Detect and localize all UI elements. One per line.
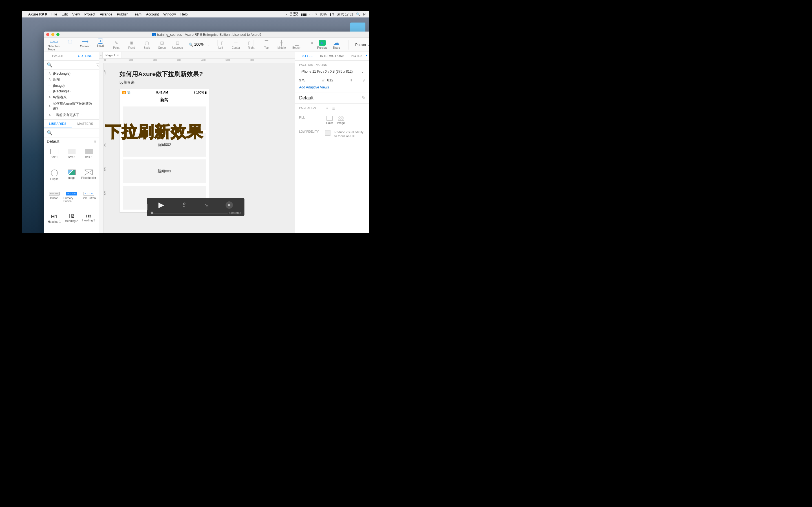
widget-h2[interactable]: H2Heading 2 [63, 212, 80, 232]
close-button[interactable]: ✕ [225, 202, 233, 209]
selection-mode-button[interactable]: ▭▭Selection Mode [48, 39, 60, 51]
ungroup-button[interactable]: ⊟Ungroup [172, 40, 183, 49]
menu-publish[interactable]: Publish [117, 12, 128, 16]
outline-item[interactable]: Aby肇春来 [44, 94, 99, 101]
prototype-byline[interactable]: by肇春来 [119, 80, 209, 85]
tab-interactions[interactable]: INTERACTIONS [320, 52, 345, 60]
zoom-input[interactable] [194, 42, 207, 47]
outline-item[interactable]: ⋯(Image) [44, 83, 99, 89]
outline-item[interactable]: A~ 当前没有更多了 ~ [44, 112, 99, 118]
back-button[interactable]: ▢Back [142, 40, 152, 49]
outline-item[interactable]: A新闻 [44, 76, 99, 83]
drag-handle[interactable] [147, 204, 148, 210]
tab-pages[interactable]: PAGES [44, 52, 71, 60]
widget-box2[interactable]: Box 2 [63, 147, 80, 167]
menu-team[interactable]: Team [133, 12, 142, 16]
share-icon[interactable]: ⇪ [182, 202, 187, 209]
outline-search-input[interactable] [54, 63, 96, 67]
tab-style[interactable]: STYLE [295, 52, 320, 60]
fill-color-option[interactable]: Color [326, 116, 333, 124]
section-fill: FILL [299, 116, 322, 119]
align-bottom-button[interactable]: ▁Bottom [292, 40, 302, 49]
toolbar-more-button[interactable]: » [307, 40, 317, 46]
progress-slider[interactable] [151, 213, 228, 214]
news-card[interactable]: 新闻003 [123, 159, 206, 183]
insert-button[interactable]: +Insert [95, 39, 105, 47]
low-fidelity-desc: Reduce visual fidelity to focus on UX [335, 130, 365, 138]
height-input[interactable] [327, 77, 347, 83]
widget-h1[interactable]: H1Heading 1 [46, 212, 63, 232]
orientation-icon[interactable]: ⇄ [363, 78, 365, 82]
widget-primary-button[interactable]: BUTTONPrimary Button [63, 189, 80, 212]
group-button[interactable]: ⊞Group [157, 40, 167, 49]
align-left-icon[interactable]: ≡ [326, 107, 328, 110]
device-preset-select[interactable]: iPhone 11 Pro / X / XS (375 x 812)⌄ [299, 68, 365, 75]
patron-menu[interactable]: Patron⌄ [355, 43, 369, 47]
point-button[interactable]: ✎Point [111, 40, 121, 49]
tab-masters[interactable]: MASTERS [71, 120, 99, 128]
fill-image-option[interactable]: Image [337, 116, 345, 124]
outline-item[interactable]: A(Rectangle) [44, 71, 99, 76]
display-icon[interactable]: ▭ [309, 12, 312, 16]
menu-account[interactable]: Account [146, 12, 159, 16]
align-left-button[interactable]: ▏▯Left [216, 40, 226, 49]
menu-edit[interactable]: Edit [62, 12, 68, 16]
widget-h3[interactable]: H3Heading 3 [80, 212, 97, 232]
add-adaptive-views-link[interactable]: Add Adaptive Views [295, 86, 369, 92]
low-fidelity-icon[interactable] [325, 130, 331, 136]
spotlight-icon[interactable]: 🔍 [356, 12, 360, 16]
widget-link-button[interactable]: BUTTONLink Button [80, 189, 97, 212]
tab-libraries[interactable]: LIBRARIES [44, 120, 71, 128]
menubar-extra-icon[interactable]: ⋈ [363, 12, 366, 16]
widget-ellipse[interactable]: Ellipse [46, 167, 63, 189]
page-tab[interactable]: Page 1× [103, 52, 122, 58]
menu-project[interactable]: Project [84, 12, 95, 16]
outline-item[interactable]: A如何用Axure做下拉刷新效果? [44, 101, 99, 112]
page-tab-add-left-icon[interactable]: + [99, 52, 103, 58]
library-section-default[interactable]: Default ⇅ [44, 137, 99, 145]
tab-notes[interactable]: NOTES [345, 52, 369, 60]
selection-contained-button[interactable]: ⬚ [65, 39, 75, 45]
news-card[interactable] [123, 107, 206, 130]
width-input[interactable] [299, 77, 319, 83]
align-top-button[interactable]: ▔Top [261, 40, 271, 49]
align-right-button[interactable]: ▯▕Right [246, 40, 256, 49]
search-icon: 🔍 [47, 130, 52, 135]
playhead-icon[interactable] [150, 211, 153, 214]
share-button[interactable]: ☁Share [331, 40, 342, 49]
outline-tree: A(Rectangle) A新闻 ⋯(Image) ▭(Rectangle) A… [44, 69, 99, 119]
menubar-app-name[interactable]: Axure RP 9 [28, 12, 47, 16]
widget-button[interactable]: BUTTONButton [46, 189, 63, 212]
align-center-button[interactable]: ┼Center [231, 40, 241, 49]
collapse-icon[interactable]: ⤡ [204, 202, 208, 208]
widget-box3[interactable]: Box 3 [80, 147, 97, 167]
clock[interactable]: 周六 17:31 [337, 12, 353, 17]
search-icon: 🔍 [189, 43, 193, 47]
outline-item[interactable]: ▭(Rectangle) [44, 89, 99, 94]
bluetooth-icon[interactable]: ⌁ [286, 13, 288, 16]
widget-box1[interactable]: Box 1 [46, 147, 63, 167]
phone-mockup[interactable]: 📶 📡 9:41 AM ᚼ100%▮ 新闻 新闻002 新闻003 [119, 89, 209, 213]
connect-button[interactable]: ⟶Connect [80, 39, 90, 48]
widget-image[interactable]: Image [63, 167, 80, 189]
play-button[interactable]: ▶ [158, 201, 164, 209]
front-button[interactable]: ▣Front [126, 40, 137, 49]
menu-help[interactable]: Help [181, 12, 188, 16]
zoom-control[interactable]: 🔍 ⌄ [189, 42, 210, 47]
menu-arrange[interactable]: Arrange [100, 12, 112, 16]
edit-style-icon[interactable]: ✎ [362, 95, 365, 101]
align-center-icon[interactable]: ≣ [332, 107, 335, 110]
menu-file[interactable]: File [51, 12, 57, 16]
library-search-input[interactable] [54, 131, 96, 135]
tab-outline[interactable]: OUTLINE [71, 52, 99, 60]
align-middle-button[interactable]: ╋Middle [276, 40, 287, 49]
prototype-headline[interactable]: 如何用Axure做下拉刷新效果? [119, 70, 209, 78]
wifi-icon[interactable]: ⌔ [315, 12, 317, 16]
menu-window[interactable]: Window [163, 12, 175, 16]
news-card[interactable]: 新闻002 [123, 133, 206, 157]
preview-button[interactable]: ▶Preview [317, 40, 327, 49]
widget-placeholder[interactable]: Placeholder [80, 167, 97, 189]
close-icon[interactable]: × [117, 54, 119, 57]
menu-view[interactable]: View [72, 12, 80, 16]
chevron-down-icon[interactable]: ⌄ [208, 43, 210, 46]
